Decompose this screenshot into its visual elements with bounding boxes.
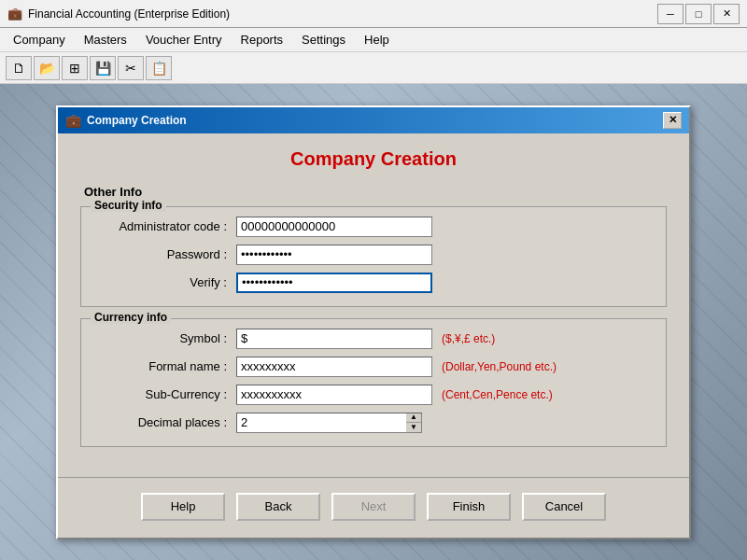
dialog-footer: Help Back Next Finish Cancel [58,477,689,538]
menu-voucher-entry[interactable]: Voucher Entry [136,30,232,49]
password-label: Password : [96,247,236,261]
dialog-body: Company Creation Other Info Security inf… [58,133,689,473]
toolbar: 🗋 📂 ⊞ 💾 ✂ 📋 [0,52,747,84]
formal-name-input[interactable] [236,357,432,377]
dialog-title: Company Creation [87,114,663,127]
help-button[interactable]: Help [141,493,225,521]
verify-row: Verify : [96,273,651,293]
minimize-button[interactable]: ─ [657,4,684,24]
menu-company[interactable]: Company [4,30,75,49]
password-input[interactable] [236,245,432,265]
app-icon: 💼 [7,7,22,21]
back-button[interactable]: Back [236,493,320,521]
spinner-buttons: ▲ ▼ [406,413,422,433]
cancel-button[interactable]: Cancel [522,493,606,521]
menu-help[interactable]: Help [355,30,399,49]
sub-currency-row: Sub-Currency : (Cent,Cen,Pence etc.) [96,385,651,405]
next-button[interactable]: Next [331,493,416,521]
cut-button[interactable]: ✂ [118,56,144,80]
new-button[interactable]: 🗋 [6,56,32,80]
decimal-places-label: Decimal places : [96,415,236,429]
grid-button[interactable]: ⊞ [62,56,88,80]
save-button[interactable]: 💾 [90,56,116,80]
other-info-label: Other Info [80,185,667,199]
formal-name-label: Formal name : [96,359,236,373]
maximize-button[interactable]: □ [685,4,712,24]
menu-masters[interactable]: Masters [75,30,136,49]
open-button[interactable]: 📂 [34,56,60,80]
symbol-hint: ($,¥,£ etc.) [442,332,495,345]
menu-reports[interactable]: Reports [232,30,293,49]
sub-currency-hint: (Cent,Cen,Pence etc.) [442,388,553,401]
security-info-group: Security info Administrator code : Passw… [80,206,667,307]
decimal-places-input[interactable] [236,413,406,433]
formal-name-row: Formal name : (Dollar,Yen,Pound etc.) [96,357,651,377]
paste-button[interactable]: 📋 [146,56,172,80]
window-close-button[interactable]: ✕ [713,4,740,24]
decimal-places-row: Decimal places : ▲ ▼ [96,413,651,433]
menu-bar: Company Masters Voucher Entry Reports Se… [0,28,747,52]
currency-info-group: Currency info Symbol : ($,¥,£ etc.) Form… [80,318,667,447]
finish-button[interactable]: Finish [427,493,511,521]
symbol-label: Symbol : [96,331,236,345]
symbol-row: Symbol : ($,¥,£ etc.) [96,329,651,349]
menu-settings[interactable]: Settings [292,30,355,49]
currency-info-title: Currency info [91,311,171,324]
admin-code-row: Administrator code : [96,217,651,237]
dialog-heading: Company Creation [80,148,667,170]
title-bar: 💼 Financial Accounting (Enterprise Editi… [0,0,747,28]
spinner-up-button[interactable]: ▲ [406,413,421,423]
app-title: Financial Accounting (Enterprise Edition… [28,7,657,21]
dialog-close-button[interactable]: ✕ [663,112,682,129]
verify-label: Verify : [96,275,236,289]
verify-input[interactable] [236,273,432,293]
spinner-down-button[interactable]: ▼ [406,423,421,432]
modal-overlay: 💼 Company Creation ✕ Company Creation Ot… [0,84,747,560]
dialog-icon: 💼 [65,113,81,128]
dialog-titlebar: 💼 Company Creation ✕ [58,107,689,133]
formal-name-hint: (Dollar,Yen,Pound etc.) [442,360,557,373]
security-info-title: Security info [91,199,166,212]
password-row: Password : [96,245,651,265]
admin-code-label: Administrator code : [96,219,236,233]
background: 💼 Company Creation ✕ Company Creation Ot… [0,84,747,560]
sub-currency-input[interactable] [236,385,432,405]
window-controls: ─ □ ✕ [657,4,740,24]
decimal-places-spinner: ▲ ▼ [236,413,422,433]
sub-currency-label: Sub-Currency : [96,387,236,401]
symbol-input[interactable] [236,329,432,349]
company-creation-dialog: 💼 Company Creation ✕ Company Creation Ot… [56,105,691,539]
admin-code-input[interactable] [236,217,432,237]
